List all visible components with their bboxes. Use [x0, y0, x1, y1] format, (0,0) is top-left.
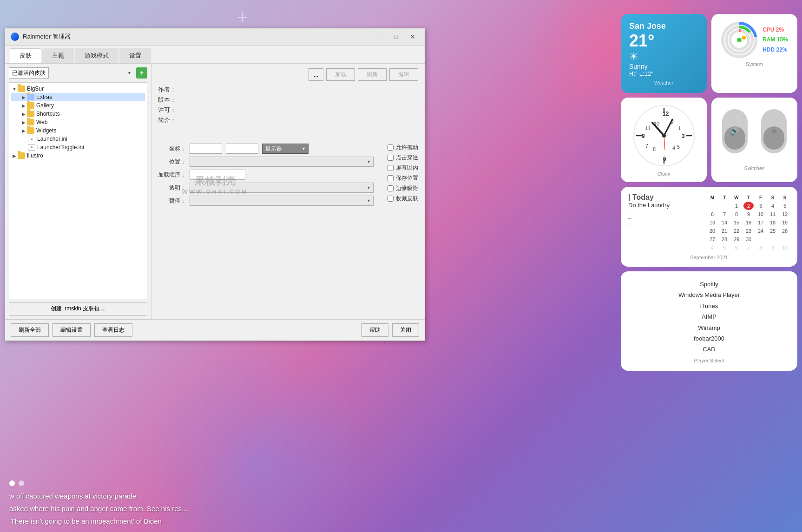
player-winamp[interactable]: Winamp	[630, 322, 788, 333]
weather-temp: 21°	[629, 31, 698, 51]
form-section: 坐标： 显示器 位置：	[158, 144, 418, 209]
tree-item-launchertoggle[interactable]: ≡ LauncherToggle.ini	[11, 143, 145, 151]
cal-cell-17: 17	[756, 218, 766, 227]
coord-y-input[interactable]	[226, 144, 258, 154]
player-itunes[interactable]: iTunes	[630, 301, 788, 311]
tree-label-shortcuts: Shortcuts	[36, 111, 60, 117]
clock-face: 12 3 6 9 10 2 4 8 11 1 5 7	[631, 103, 697, 168]
svg-text:12: 12	[663, 111, 669, 117]
load-order-input[interactable]	[190, 170, 245, 180]
volume-switch[interactable]: 🔊	[722, 109, 748, 153]
skin-dropdown[interactable]: 已激活的皮肤	[9, 67, 49, 79]
favorite-label: 收藏皮肤	[396, 195, 418, 203]
hdd-stat: HDD 22%	[763, 45, 788, 55]
load-button[interactable]: 加载	[326, 68, 355, 81]
widgets-row-4: Spotify Windows Media Player iTunes AIMP…	[621, 271, 797, 371]
tree-label-gallery: Gallery	[36, 102, 54, 109]
file-icon-launcher: ≡	[28, 136, 35, 142]
tree-item-bigsur[interactable]: ▼ BigSur	[11, 85, 145, 93]
tab-bar: 皮肤 主题 游戏模式 设置	[5, 46, 425, 64]
clock-label: Clock	[626, 171, 701, 177]
player-spotify[interactable]: Spotify	[630, 279, 788, 289]
folder-icon-shortcuts	[27, 111, 34, 117]
pause-select[interactable]	[190, 196, 374, 206]
position-select[interactable]	[190, 157, 374, 167]
favorite-checkbox[interactable]: 收藏皮肤	[388, 195, 418, 203]
news-item-3: 'There isn't going to be an impeachment'…	[9, 515, 793, 527]
save-position-checkbox[interactable]: 保存位置	[388, 174, 418, 182]
refresh-all-button[interactable]: 刷新全部	[11, 323, 49, 337]
cal-cell-23: 23	[743, 227, 754, 235]
weather-label: Weather	[629, 80, 698, 85]
tab-gamemode[interactable]: 游戏模式	[75, 48, 118, 63]
brightness-switch[interactable]: ☀	[761, 109, 787, 153]
position-row: 位置：	[158, 157, 374, 167]
close-button[interactable]: ✕	[406, 32, 419, 41]
tab-skins[interactable]: 皮肤	[10, 48, 41, 63]
help-button[interactable]: 帮助	[362, 323, 388, 337]
calendar-today-label: | Today	[628, 193, 703, 202]
widgets-area: San Jose 21° ☀ Sunny H:° L:12° Weather	[621, 14, 797, 371]
svg-text:1: 1	[678, 125, 681, 131]
file-icon-launchertoggle: ≡	[28, 144, 35, 151]
checkbox-group: 允许拖动 点击穿透 屏幕以内 保存位置	[388, 144, 418, 203]
calendar-body: | Today Do the Laundry – – – M T W T F S	[628, 193, 790, 252]
meta-info: 作者： 版本： 许可： 简介：	[158, 85, 418, 125]
add-skin-button[interactable]: +	[136, 67, 147, 79]
coord-x-input[interactable]	[190, 144, 222, 154]
allow-drag-checkbox[interactable]: 允许拖动	[388, 144, 418, 151]
tree-arrow-shortcuts: ▶	[20, 112, 27, 117]
snap-edges-checkbox[interactable]: 边缘吸附	[388, 184, 418, 192]
cal-header-m: M	[707, 193, 717, 202]
tree-item-widgets[interactable]: ▶ Widgets	[11, 126, 145, 135]
monitor-select[interactable]: 显示器	[262, 144, 309, 154]
system-label: System	[719, 61, 790, 67]
view-log-button[interactable]: 查看日志	[94, 323, 132, 337]
transparent-row: 透明：	[158, 183, 374, 193]
edit-button[interactable]: 编辑	[389, 68, 418, 81]
cal-cell-5: 5	[780, 202, 790, 210]
tree-item-gallery[interactable]: ▶ Gallery	[11, 101, 145, 110]
tree-item-shortcuts[interactable]: ▶ Shortcuts	[11, 110, 145, 118]
position-select-wrap	[190, 157, 374, 167]
refresh-button[interactable]: 刷新	[358, 68, 387, 81]
right-panel: ... 加载 刷新 编辑 作者： 版本： 许可： 简介： 果核剥壳 WWW.GH…	[151, 64, 425, 319]
maximize-button[interactable]: □	[389, 32, 402, 41]
cal-cell-ov6: 6	[731, 243, 742, 252]
player-foobar[interactable]: foobar2000	[630, 333, 788, 344]
tree-item-launcher[interactable]: ≡ Launcher.ini	[11, 135, 145, 143]
player-cad[interactable]: CAD	[630, 344, 788, 355]
news-dot-2	[19, 480, 24, 486]
tree-arrow: ▼	[11, 86, 18, 92]
coord-row: 坐标： 显示器	[158, 144, 374, 154]
minimize-button[interactable]: −	[373, 32, 386, 41]
player-aimp[interactable]: AIMP	[630, 311, 788, 322]
volume-icon: 🔊	[730, 127, 739, 136]
cal-cell-2-today: 2	[743, 202, 754, 210]
tab-settings[interactable]: 设置	[119, 48, 151, 63]
tree-item-extras[interactable]: ▶ Extras	[11, 93, 145, 101]
click-through-checkbox[interactable]: 点击穿透	[388, 154, 418, 162]
create-skin-button[interactable]: 创建 .rmskin 皮肤包 ...	[9, 302, 147, 315]
main-content: 已激活的皮肤 + ▼ BigSur ▶ Extras	[5, 64, 425, 319]
cal-cell-6: 6	[707, 210, 717, 218]
tree-item-illustro[interactable]: ▶ illustro	[11, 151, 145, 160]
transparent-select[interactable]	[190, 183, 374, 193]
cal-cell-15: 15	[731, 218, 742, 227]
cal-week-5: 27 28 29 30	[707, 235, 790, 243]
tree-item-web[interactable]: ▶ Web	[11, 118, 145, 126]
news-item-2: asked where his pain and anger came from…	[9, 502, 793, 515]
widgets-row-3: | Today Do the Laundry – – – M T W T F S	[621, 187, 797, 267]
svg-point-29	[662, 134, 666, 138]
dots-button[interactable]: ...	[309, 68, 323, 81]
news-item-1: w off captured weapons at victory parade	[9, 490, 793, 502]
edit-settings-button[interactable]: 编辑设置	[53, 323, 91, 337]
on-screen-checkbox[interactable]: 屏幕以内	[388, 164, 418, 172]
player-wmp[interactable]: Windows Media Player	[630, 289, 788, 300]
close-main-button[interactable]: 关闭	[392, 323, 419, 337]
tab-themes[interactable]: 主题	[42, 48, 74, 63]
form-right: 允许拖动 点击穿透 屏幕以内 保存位置	[383, 144, 418, 209]
switches-widget: 🔊 ☀ Switches	[711, 98, 797, 182]
weather-desc: Sunny	[629, 63, 698, 70]
cal-cell-18: 18	[768, 218, 778, 227]
